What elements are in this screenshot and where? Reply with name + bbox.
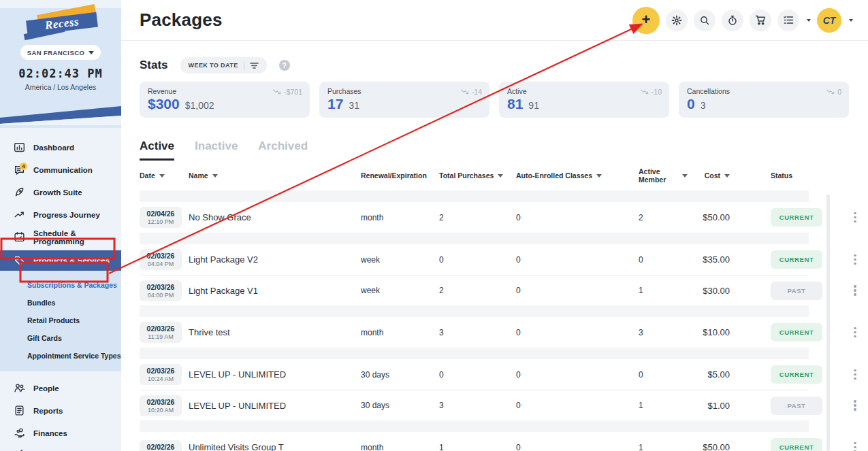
sidebar-item-progress-journey[interactable]: Progress Journey	[0, 203, 121, 226]
filter-icon	[250, 63, 259, 69]
sort-caret-icon[interactable]	[724, 174, 730, 178]
purchases-cell: 1	[439, 443, 516, 451]
sort-caret-icon[interactable]	[159, 174, 165, 178]
tasks-button[interactable]	[777, 10, 799, 31]
people-icon	[14, 382, 25, 394]
stopwatch-icon	[727, 15, 738, 26]
sort-caret-icon[interactable]	[212, 174, 218, 178]
dashboard-icon	[14, 141, 25, 153]
table-row[interactable]: 02/03/2610:24 AM LEVEL UP - UNLIMITED 30…	[140, 359, 809, 390]
sidebar-subitem-retail-products[interactable]: Retail Products	[0, 312, 121, 329]
sidebar-item-label: Reports	[33, 407, 63, 415]
recess-logo: Recess	[20, 8, 101, 39]
tag-icon	[14, 255, 25, 267]
sidebar-item-products-services[interactable]: Products & Services	[0, 250, 121, 271]
settings-button[interactable]	[666, 10, 688, 31]
row-menu-button[interactable]	[848, 442, 862, 451]
avatar-dropdown-caret[interactable]	[849, 19, 853, 22]
trend-value: -$701	[284, 88, 302, 96]
sort-caret-icon[interactable]	[498, 174, 503, 178]
add-package-button[interactable]: +	[632, 7, 660, 34]
tab-active[interactable]: Active	[140, 139, 174, 161]
stat-card-cancellations: Cancellations 03 0	[679, 82, 849, 118]
row-menu-button[interactable]	[848, 327, 862, 338]
column-cost[interactable]: Cost	[688, 171, 750, 180]
table-row[interactable]: 02/04/2612:10 PM No Show Grace month 2 0…	[140, 202, 809, 233]
column-auto-enrolled[interactable]: Auto-Enrolled Classes	[516, 171, 639, 180]
status-badge: CURRENT	[771, 250, 822, 269]
purchases-cell: 0	[439, 370, 516, 380]
trend-value: -10	[652, 88, 662, 96]
cost-cell: $50.00	[688, 212, 750, 222]
communication-icon: 4	[14, 164, 25, 176]
tasks-dropdown-caret[interactable]	[807, 19, 811, 22]
column-date[interactable]: Date	[140, 171, 189, 180]
sidebar-item-communication[interactable]: 4 Communication	[0, 158, 121, 181]
table-row[interactable]: 02/03/2604:00 PM Light Package V1 week 2…	[140, 275, 809, 305]
cost-cell: $35.00	[688, 254, 750, 265]
purchases-cell: 2	[439, 286, 516, 295]
table-row[interactable]: 02/03/2611:19 AM Thrive test month 3 0 3…	[140, 317, 809, 348]
sidebar-item-finances[interactable]: Finances	[0, 422, 121, 444]
table-row[interactable]: 02/03/2604:04 PM Light Package V2 week 0…	[140, 244, 809, 275]
renewal-cell: month	[361, 328, 439, 337]
row-menu-button[interactable]	[848, 369, 862, 380]
column-name[interactable]: Name	[189, 171, 361, 180]
classes-cell: 0	[516, 370, 639, 380]
sidebar-item-dashboard[interactable]: Dashboard	[0, 136, 121, 158]
tab-inactive[interactable]: Inactive	[195, 139, 238, 161]
table-row[interactable]: 02/03/2610:20 AM LEVEL UP - UNLIMITED 30…	[140, 390, 809, 420]
location-selector[interactable]: SAN FRANCISCO	[20, 45, 101, 60]
row-menu-button[interactable]	[848, 285, 862, 296]
column-total-purchases[interactable]: Total Purchases	[439, 171, 516, 180]
sidebar-item-tools[interactable]: Tools	[0, 444, 121, 451]
column-renewal: Renewal/Expiration	[361, 171, 439, 180]
sidebar-subitem-appointment-service-types[interactable]: Appointment Service Types	[0, 347, 121, 365]
stat-value: $300	[148, 96, 180, 112]
row-menu-button[interactable]	[848, 400, 862, 411]
tab-archived[interactable]: Archived	[258, 139, 308, 161]
renewal-cell: week	[361, 255, 439, 265]
trend-up-icon	[14, 209, 25, 220]
date-badge: 02/04/2612:10 PM	[140, 207, 182, 228]
renewal-cell: month	[361, 443, 439, 451]
table-scrollbar[interactable]	[826, 195, 830, 451]
user-avatar[interactable]: CT	[817, 8, 841, 33]
table-row[interactable]: 02/02/26 Unlimited Visits Group T month …	[140, 432, 809, 451]
row-menu-button[interactable]	[848, 254, 862, 265]
stat-label: Purchases	[327, 87, 481, 95]
package-name: Thrive test	[189, 327, 361, 337]
calendar-icon	[14, 231, 25, 243]
sidebar-item-people[interactable]: People	[0, 377, 121, 399]
trend-down-icon	[273, 89, 281, 95]
sort-caret-icon[interactable]	[682, 174, 688, 178]
stat-secondary: 3	[701, 100, 706, 111]
sidebar-item-reports[interactable]: Reports	[0, 399, 121, 422]
sidebar-subitem-subscriptions-packages[interactable]: Subscriptions & Packages	[0, 276, 121, 294]
date-range-selector[interactable]: WEEK TO DATE	[180, 57, 267, 73]
column-active-member[interactable]: Active Member	[639, 167, 688, 184]
sidebar-subitem-bundles[interactable]: Bundles	[0, 294, 121, 312]
classes-cell: 0	[516, 255, 639, 265]
sidebar-subitem-gift-cards[interactable]: Gift Cards	[0, 329, 121, 347]
timer-button[interactable]	[722, 10, 743, 31]
date-badge: 02/03/2611:19 AM	[140, 322, 182, 343]
date-badge: 02/03/2610:24 AM	[140, 364, 182, 385]
search-button[interactable]	[694, 10, 716, 31]
task-list-icon	[783, 14, 794, 26]
products-services-submenu: Subscriptions & Packages Bundles Retail …	[0, 271, 121, 371]
gear-icon	[671, 15, 682, 26]
package-name: LEVEL UP - UNLIMITED	[189, 369, 361, 380]
column-status: Status	[750, 171, 843, 180]
sidebar-item-growth-suite[interactable]: Growth Suite	[0, 181, 121, 203]
cart-button[interactable]	[750, 10, 771, 31]
sidebar-item-schedule[interactable]: Schedule & Programming	[0, 226, 121, 248]
purchases-cell: 2	[439, 213, 516, 222]
help-icon[interactable]: ?	[279, 60, 290, 71]
stat-value: 81	[507, 96, 523, 112]
row-menu-button[interactable]	[848, 212, 862, 223]
pill-divider	[244, 61, 244, 69]
date-badge: 02/03/2604:04 PM	[140, 249, 182, 270]
purchases-cell: 0	[439, 255, 516, 265]
sort-caret-icon[interactable]	[596, 174, 602, 178]
